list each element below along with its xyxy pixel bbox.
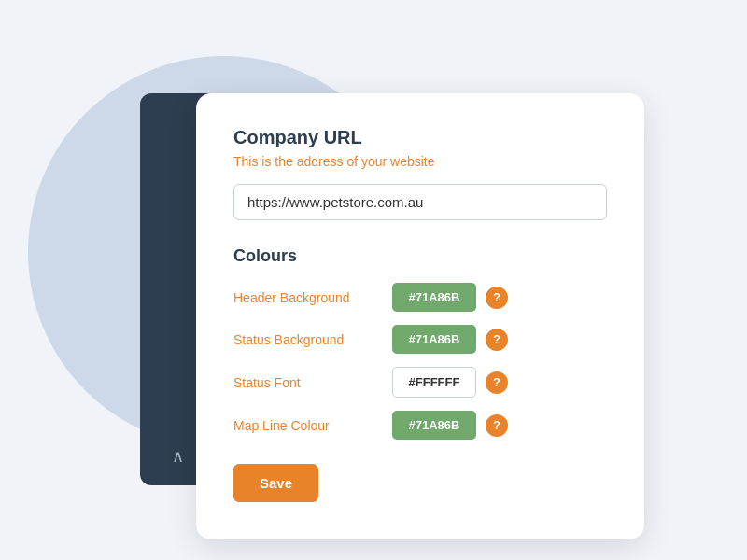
colour-row-map-line: Map Line Colour #71A86B ? [233,411,607,440]
status-font-help-icon[interactable]: ? [486,371,508,394]
company-url-subtitle: This is the address of your website [233,154,607,169]
status-font-label: Status Font [233,375,392,390]
status-font-swatch[interactable]: #FFFFFF [392,367,476,398]
save-button[interactable]: Save [233,464,318,502]
colours-section: Colours Header Background #71A86B ? Stat… [233,246,607,440]
colour-row-status-font: Status Font #FFFFFF ? [233,367,607,398]
header-background-help-icon[interactable]: ? [486,287,508,309]
colour-row-status-bg: Status Background #71A86B ? [233,325,607,354]
sidebar-chevron-icon[interactable]: ∧ [172,446,184,467]
colours-title: Colours [233,246,607,266]
header-background-label: Header Background [233,290,392,305]
status-background-label: Status Background [233,332,392,347]
status-background-swatch[interactable]: #71A86B [392,325,476,354]
status-background-help-icon[interactable]: ? [486,329,508,351]
colour-row-header-bg: Header Background #71A86B ? [233,283,607,312]
main-card: Company URL This is the address of your … [196,93,644,539]
map-line-colour-help-icon[interactable]: ? [486,414,508,437]
company-url-title: Company URL [233,127,607,148]
map-line-colour-label: Map Line Colour [233,418,392,433]
header-background-swatch[interactable]: #71A86B [392,283,476,312]
company-url-section: Company URL This is the address of your … [233,127,607,246]
map-line-colour-swatch[interactable]: #71A86B [392,411,476,440]
company-url-input[interactable] [233,184,607,220]
